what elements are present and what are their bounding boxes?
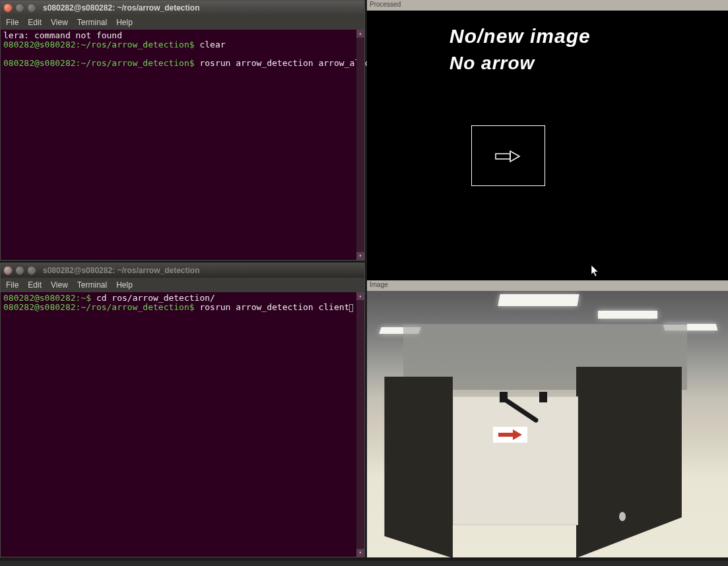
maximize-button[interactable]: [27, 3, 36, 13]
mouse-cursor-icon: [591, 265, 599, 277]
close-button[interactable]: [3, 3, 13, 13]
minimize-button[interactable]: [15, 3, 24, 13]
status-text-arrow: No arrow: [449, 53, 535, 74]
term-prompt: 080282@s080282:~/ros/arrow_detection$: [3, 40, 195, 49]
scroll-up-icon[interactable]: ▴: [356, 292, 364, 300]
menu-file[interactable]: File: [2, 16, 22, 28]
template-arrow-icon: [494, 150, 521, 163]
svg-rect-4: [498, 433, 513, 437]
cursor-icon: [349, 304, 353, 312]
red-arrow-icon: [497, 429, 523, 440]
minimize-button[interactable]: [15, 266, 24, 275]
term-prompt: 080282@s080282:~$: [3, 293, 91, 303]
scroll-down-icon[interactable]: ▾: [356, 252, 364, 260]
svg-rect-0: [496, 154, 510, 159]
left-wall: [384, 377, 453, 557]
term-cmd: cd ros/arrow_detection/: [91, 293, 215, 303]
menu-edit[interactable]: Edit: [24, 279, 46, 291]
maximize-button[interactable]: [27, 266, 36, 275]
ceiling-light: [498, 294, 579, 306]
terminal-window-2: s080282@s080282: ~/ros/arrow_detection F…: [0, 263, 365, 557]
term-output: lera: command not found: [3, 30, 122, 40]
menu-view[interactable]: View: [47, 279, 72, 291]
menubar-1: File Edit View Terminal Help: [1, 15, 364, 30]
camera-pane: Image: [367, 280, 728, 557]
scroll-down-icon[interactable]: ▾: [356, 549, 364, 557]
close-button[interactable]: [3, 266, 13, 275]
menu-terminal[interactable]: Terminal: [73, 16, 111, 28]
pane-header: Processed: [367, 0, 728, 11]
menu-terminal[interactable]: Terminal: [73, 279, 111, 291]
scroll-up-icon[interactable]: ▴: [356, 30, 364, 38]
menubar-2: File Edit View Terminal Help: [1, 278, 364, 292]
menu-help[interactable]: Help: [112, 16, 137, 28]
camera-feed: [367, 291, 728, 557]
terminal-output-2[interactable]: 080282@s080282:~$ cd ros/arrow_detection…: [1, 292, 364, 557]
ceiling-light: [598, 311, 657, 319]
detection-content: No/new image No arrow: [367, 11, 728, 280]
menu-help[interactable]: Help: [112, 279, 137, 291]
titlebar-2[interactable]: s080282@s080282: ~/ros/arrow_detection: [1, 263, 364, 278]
window-title: s080282@s080282: ~/ros/arrow_detection: [43, 266, 200, 275]
titlebar-1[interactable]: s080282@s080282: ~/ros/arrow_detection: [1, 1, 364, 15]
bounding-box: [471, 125, 545, 186]
menu-view[interactable]: View: [47, 16, 72, 28]
window-title: s080282@s080282: ~/ros/arrow_detection: [43, 3, 200, 13]
status-text-image: No/new image: [449, 25, 591, 47]
arrow-sign: [493, 427, 527, 443]
term-prompt: 080282@s080282:~/ros/arrow_detection$: [3, 302, 195, 312]
clamp-arm-icon: [503, 397, 539, 424]
scrollbar[interactable]: ▴ ▾: [356, 30, 364, 260]
menu-edit[interactable]: Edit: [24, 16, 46, 28]
pane-header: Image: [367, 280, 728, 291]
taskbar[interactable]: [0, 561, 728, 566]
terminal-output-1[interactable]: lera: command not found 080282@s080282:~…: [1, 30, 364, 260]
term-cmd: rosrun arrow_detection client: [195, 302, 350, 312]
svg-marker-2: [591, 265, 598, 276]
scrollbar[interactable]: ▴ ▾: [356, 292, 364, 557]
term-prompt: 080282@s080282:~/ros/arrow_detection$: [3, 58, 195, 68]
door-handle-icon: [619, 512, 626, 521]
term-cmd: clear: [195, 40, 226, 49]
svg-line-3: [506, 400, 536, 420]
menu-file[interactable]: File: [2, 279, 22, 291]
svg-marker-5: [513, 429, 522, 440]
right-wall: [576, 367, 682, 557]
terminal-window-1: s080282@s080282: ~/ros/arrow_detection F…: [0, 0, 365, 261]
detection-pane: Processed No/new image No arrow: [367, 0, 728, 280]
clamp-icon: [539, 392, 547, 402]
center-board: [453, 396, 578, 525]
svg-marker-1: [510, 151, 519, 162]
